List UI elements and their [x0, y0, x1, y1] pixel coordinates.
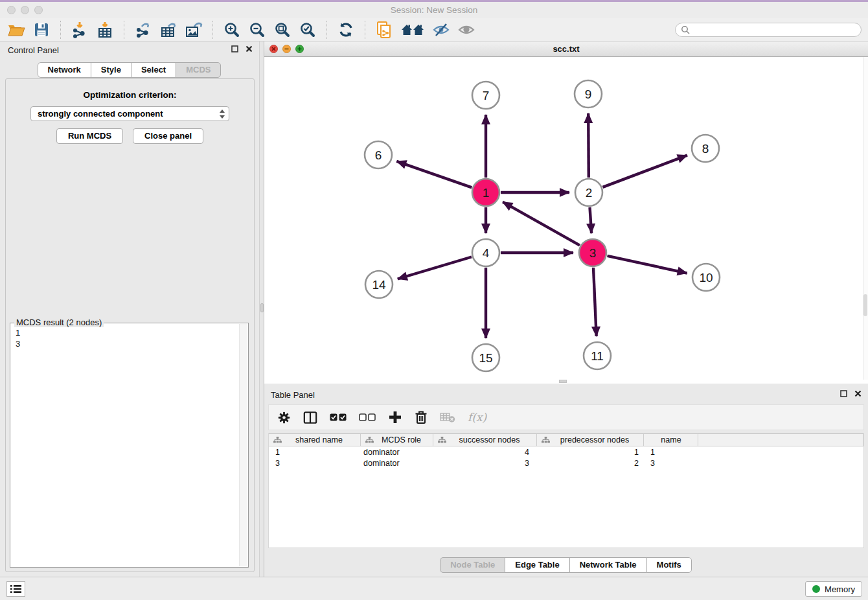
cell-shared-name: 3: [269, 459, 361, 468]
column-header-predecessor-nodes[interactable]: predecessor nodes: [537, 434, 644, 446]
minimize-window-button[interactable]: [21, 6, 29, 14]
graph-node-label-14: 14: [372, 278, 386, 292]
network-window-titlebar[interactable]: scc.txt: [264, 41, 868, 57]
ndex-import-button[interactable]: [374, 20, 394, 40]
column-header-shared-name[interactable]: shared name: [269, 434, 361, 446]
hierarchy-icon: [438, 437, 446, 444]
search-box: [675, 23, 862, 37]
graph-edge-3-1[interactable]: [503, 202, 580, 246]
column-header-name[interactable]: name: [644, 434, 698, 446]
network-maximize-button[interactable]: [295, 45, 304, 53]
maximize-window-button[interactable]: [34, 6, 43, 14]
hierarchy-icon: [542, 437, 550, 444]
table-panel: Table Panel: [264, 386, 868, 577]
zoom-selected-button[interactable]: [298, 20, 317, 40]
select-all-checkboxes-icon[interactable]: [330, 413, 347, 422]
tab-select[interactable]: Select: [131, 62, 176, 78]
network-minimize-button[interactable]: [282, 45, 291, 53]
hide-selected-button[interactable]: [431, 20, 451, 40]
import-network-button[interactable]: [70, 20, 89, 40]
function-builder-icon: f(x): [468, 411, 486, 424]
close-panel-button[interactable]: Close panel: [133, 128, 203, 144]
tab-network[interactable]: Network: [38, 62, 91, 78]
float-panel-icon[interactable]: [231, 45, 238, 52]
close-window-button[interactable]: [7, 6, 16, 14]
ndex-browse-button[interactable]: [400, 20, 426, 40]
mcds-result-item: 1: [16, 327, 243, 338]
zoom-out-button[interactable]: [247, 20, 267, 40]
table-panel-tabs: Node Table Edge Table Network Table Moti…: [264, 557, 868, 573]
table-row[interactable]: 3 dominator 3 2 3: [269, 457, 863, 468]
graph-node-label-10: 10: [699, 271, 713, 284]
table-row[interactable]: 1 dominator 4 1 1: [269, 446, 863, 457]
delete-column-icon[interactable]: [415, 410, 428, 424]
import-table-button[interactable]: [95, 20, 115, 40]
graph-node-label-7: 7: [483, 89, 490, 102]
graph-edge-1-6[interactable]: [396, 161, 472, 188]
tab-edge-table[interactable]: Edge Table: [505, 557, 569, 573]
delete-table-icon: [440, 411, 455, 423]
save-session-button[interactable]: [32, 20, 51, 40]
memory-button[interactable]: Memory: [805, 581, 862, 597]
list-icon: [10, 584, 21, 594]
tab-node-table[interactable]: Node Table: [440, 557, 505, 573]
toolbar-separator: [365, 21, 365, 39]
cell-successor-nodes: 3: [433, 459, 537, 468]
cell-shared-name: 1: [269, 448, 361, 457]
close-panel-icon[interactable]: [246, 45, 253, 52]
search-input[interactable]: [694, 24, 858, 35]
add-column-icon[interactable]: [388, 410, 402, 424]
tab-network-table[interactable]: Network Table: [569, 557, 647, 573]
deselect-all-checkboxes-icon[interactable]: [359, 413, 376, 422]
export-table-button[interactable]: [159, 20, 178, 40]
graph-node-label-4: 4: [483, 246, 490, 260]
show-all-button[interactable]: [457, 20, 476, 40]
graph-edge-2-8[interactable]: [603, 156, 687, 187]
import-table-icon: [97, 21, 113, 38]
task-history-button[interactable]: [6, 581, 25, 597]
eye-slash-icon: [432, 22, 450, 38]
graph-edge-3-11[interactable]: [593, 268, 597, 336]
eye-icon: [457, 22, 475, 38]
mcds-result-list: 1 3: [10, 323, 248, 353]
memory-status-icon: [812, 585, 820, 593]
column-header-mcds-role[interactable]: MCDS role: [361, 434, 433, 446]
refresh-icon: [337, 21, 354, 38]
export-network-icon: [135, 21, 152, 38]
network-vertical-scrollbar[interactable]: [863, 57, 868, 380]
close-panel-icon[interactable]: [854, 390, 862, 397]
cell-successor-nodes: 4: [433, 448, 537, 457]
export-image-button[interactable]: [184, 20, 203, 40]
app-title: Session: New Session: [0, 2, 868, 18]
columns-icon[interactable]: [303, 411, 317, 424]
open-session-button[interactable]: [6, 20, 26, 40]
column-header-successor-nodes[interactable]: successor nodes: [433, 434, 537, 446]
network-close-button[interactable]: [269, 45, 278, 53]
result-scrollbar[interactable]: [239, 324, 247, 566]
criterion-dropdown[interactable]: strongly connected component: [30, 106, 229, 121]
graph-edge-4-14[interactable]: [398, 257, 472, 279]
gear-icon[interactable]: [277, 411, 291, 424]
graph-edge-3-10[interactable]: [608, 256, 687, 273]
network-hscroll-thumb[interactable]: [559, 380, 567, 383]
tab-style[interactable]: Style: [91, 62, 131, 78]
toolbar-separator: [326, 21, 327, 39]
app-traffic-lights: [7, 6, 43, 14]
network-vscroll-thumb[interactable]: [863, 294, 867, 316]
export-network-button[interactable]: [133, 20, 153, 40]
network-canvas[interactable]: 7968124314101511: [264, 57, 868, 384]
float-panel-icon[interactable]: [840, 390, 847, 397]
graph-edge-2-3[interactable]: [590, 207, 592, 233]
control-panel: Control Panel Network Style Select MCDS …: [0, 41, 259, 577]
ndex-documents-icon: [376, 21, 393, 39]
graph-edge-2-9[interactable]: [588, 113, 589, 178]
tab-motifs[interactable]: Motifs: [646, 557, 692, 573]
zoom-in-button[interactable]: [222, 20, 242, 40]
tab-mcds[interactable]: MCDS: [176, 62, 221, 78]
panel-splitter[interactable]: [259, 41, 264, 577]
run-mcds-button[interactable]: Run MCDS: [56, 128, 123, 144]
zoom-fit-button[interactable]: [273, 20, 292, 40]
apply-layout-button[interactable]: [336, 20, 356, 40]
network-graph[interactable]: 7968124314101511: [264, 57, 868, 384]
cell-mcds-role: dominator: [361, 459, 433, 468]
